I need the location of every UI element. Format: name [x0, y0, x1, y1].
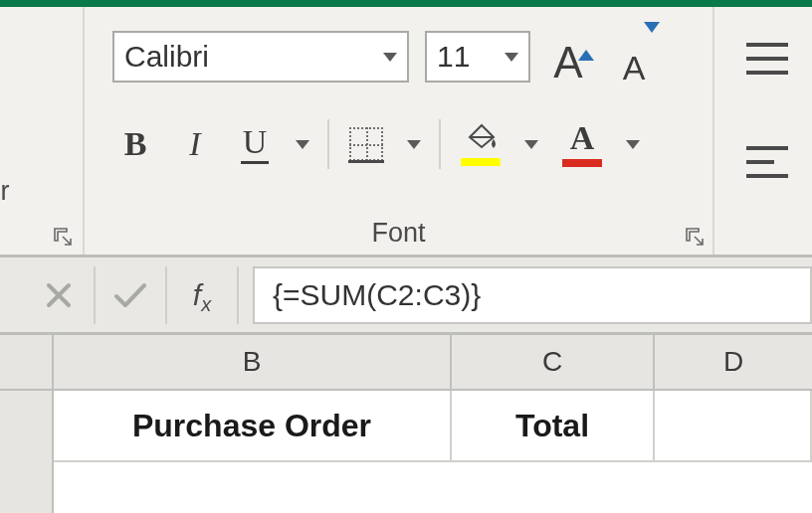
borders-button[interactable] [343, 121, 389, 167]
increase-indicator-icon [578, 33, 594, 51]
cell-d1[interactable] [655, 391, 812, 460]
font-group-label: Font [85, 218, 712, 249]
column-header-b[interactable]: B [54, 335, 452, 389]
underline-dropdown[interactable] [292, 121, 313, 167]
formula-enter-button[interactable] [96, 266, 167, 324]
ribbon: ter Calibri 11 A [0, 7, 812, 257]
font-name-combo[interactable]: Calibri [112, 31, 409, 83]
font-color-a-icon: A [570, 121, 595, 155]
excel-window: ter Calibri 11 A [0, 0, 812, 513]
borders-dropdown[interactable] [403, 121, 425, 167]
row-headers [0, 391, 54, 513]
font-group: Calibri 11 A A B I [85, 7, 712, 255]
worksheet-grid[interactable]: B C D Purchase Order Total [0, 335, 812, 513]
fill-color-swatch [461, 158, 501, 166]
formula-cancel-button[interactable] [24, 266, 96, 324]
select-all-corner[interactable] [0, 335, 54, 389]
align-left-icon[interactable] [744, 144, 790, 184]
insert-function-button[interactable]: fx [167, 266, 239, 324]
formula-bar: fx {=SUM(C2:C3)} [0, 257, 812, 335]
alignment-group-edge [712, 7, 812, 255]
underline-button[interactable]: U [232, 121, 278, 167]
cell-c1[interactable]: Total [452, 391, 655, 460]
font-color-button[interactable]: A [556, 118, 608, 170]
decrease-indicator-icon [644, 33, 660, 51]
borders-icon [349, 127, 383, 161]
decrease-font-size-button[interactable]: A [606, 29, 662, 85]
fill-color-dropdown[interactable] [520, 121, 542, 167]
column-header-d[interactable]: D [655, 335, 812, 389]
font-name-dropdown-icon[interactable] [373, 53, 407, 62]
font-name-value: Calibri [114, 40, 373, 74]
align-justify-icon[interactable] [744, 41, 790, 81]
font-color-dropdown[interactable] [622, 121, 644, 167]
formula-text: {=SUM(C2:C3)} [273, 278, 481, 312]
font-dialog-launcher[interactable] [683, 225, 707, 249]
underline-u-icon: U [243, 125, 268, 159]
bold-button[interactable]: B [112, 121, 158, 167]
font-row-1: Calibri 11 A A [112, 29, 685, 85]
fx-icon: fx [193, 278, 211, 312]
clipboard-group-edge: ter [0, 7, 85, 255]
font-size-dropdown-icon[interactable] [495, 53, 528, 62]
column-header-c[interactable]: C [452, 335, 655, 389]
paint-bucket-icon [464, 123, 498, 154]
italic-button[interactable]: I [172, 121, 218, 167]
formula-input[interactable]: {=SUM(C2:C3)} [253, 266, 812, 324]
letter-a-small-icon: A [623, 51, 646, 85]
column-headers: B C D [0, 335, 812, 391]
font-color-swatch [562, 159, 602, 167]
font-row-2: B I U [112, 118, 685, 170]
font-size-combo[interactable]: 11 [425, 31, 530, 83]
increase-font-size-button[interactable]: A [540, 29, 596, 85]
cell-b1[interactable]: Purchase Order [54, 391, 452, 460]
separator [439, 119, 441, 169]
clipboard-label-fragment: ter [0, 176, 10, 207]
separator [327, 119, 329, 169]
fill-color-button[interactable] [455, 118, 507, 170]
underline-bar-icon [241, 161, 269, 164]
clipboard-dialog-launcher[interactable] [51, 225, 75, 249]
row-1: Purchase Order Total [54, 391, 812, 462]
font-size-value: 11 [427, 40, 495, 74]
